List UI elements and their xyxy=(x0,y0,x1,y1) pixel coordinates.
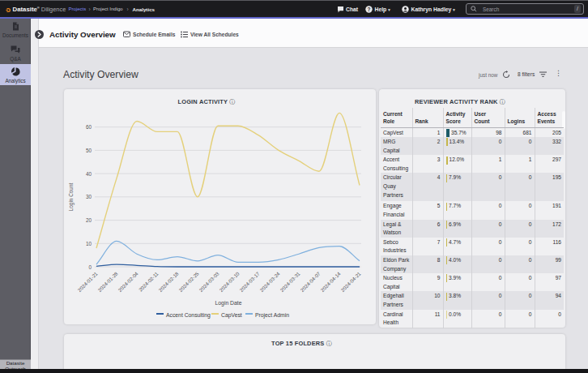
svg-text:?: ? xyxy=(368,6,371,11)
svg-text:20: 20 xyxy=(86,217,92,223)
svg-text:40: 40 xyxy=(86,171,92,177)
svg-text:2024-03-10: 2024-03-10 xyxy=(218,270,241,293)
svg-text:2024-03-24: 2024-03-24 xyxy=(258,270,281,293)
svg-text:2024-01-21: 2024-01-21 xyxy=(76,270,99,293)
svg-text:2024-01-28: 2024-01-28 xyxy=(96,270,119,293)
svg-text:Project Admin: Project Admin xyxy=(255,312,289,319)
svg-text:30: 30 xyxy=(86,194,92,199)
svg-text:2024-02-25: 2024-02-25 xyxy=(177,270,200,293)
svg-text:Login Count: Login Count xyxy=(68,183,75,212)
svg-text:Accent Consulting: Accent Consulting xyxy=(166,312,211,319)
svg-text:2024-04-07: 2024-04-07 xyxy=(299,270,322,293)
svg-text:60: 60 xyxy=(86,124,92,130)
svg-text:2024-02-11: 2024-02-11 xyxy=(138,270,160,292)
svg-text:2024-02-18: 2024-02-18 xyxy=(157,270,180,293)
svg-text:50: 50 xyxy=(86,148,92,153)
svg-text:2024-02-04: 2024-02-04 xyxy=(117,270,139,293)
svg-text:2024-03-17: 2024-03-17 xyxy=(238,270,261,293)
svg-text:0: 0 xyxy=(88,264,92,270)
svg-text:2024-03-03: 2024-03-03 xyxy=(198,270,220,293)
svg-text:Login Date: Login Date xyxy=(215,300,242,307)
svg-text:CapVest: CapVest xyxy=(221,312,242,319)
svg-text:2024-04-14: 2024-04-14 xyxy=(319,270,342,293)
svg-text:2024-03-31: 2024-03-31 xyxy=(279,270,301,293)
svg-text:10: 10 xyxy=(86,241,92,247)
svg-text:2024-04-21: 2024-04-21 xyxy=(339,270,362,293)
